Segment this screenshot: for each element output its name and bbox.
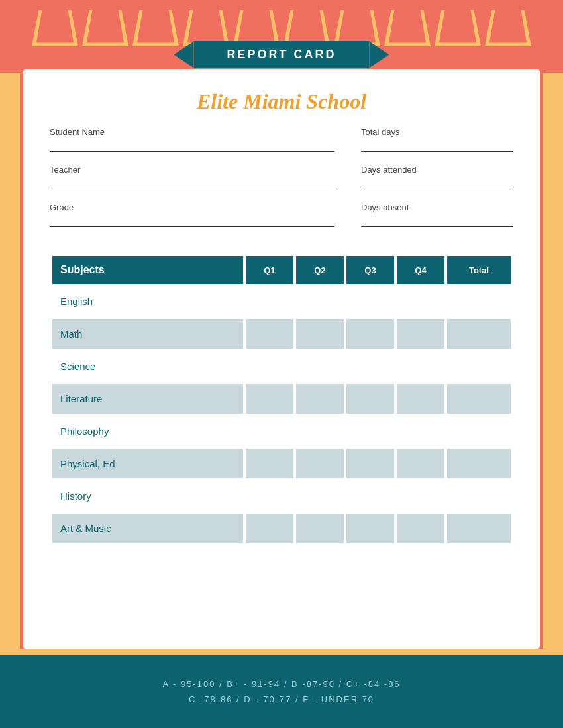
grade-cell [346, 384, 394, 414]
grade-cell [246, 287, 293, 316]
grade-cell [296, 449, 344, 478]
q3-header: Q3 [346, 256, 394, 284]
grade-cell [296, 416, 344, 446]
grade-field: Grade [50, 203, 334, 227]
subject-cell: English [52, 287, 243, 316]
table-row: Science [52, 351, 511, 381]
grade-cell [296, 481, 344, 511]
footer-line2: C -78-86 / D - 70-77 / F - UNDER 70 [189, 694, 374, 704]
banner-left-wing [174, 42, 193, 68]
grade-cell [397, 384, 444, 414]
student-name-line [50, 140, 334, 152]
main-card: Elite Miami School Student Name Teacher … [23, 69, 540, 649]
teacher-field: Teacher [50, 165, 334, 189]
days-absent-label: Days absent [361, 203, 513, 212]
info-left: Student Name Teacher Grade [50, 127, 334, 240]
school-name: Elite Miami School [23, 69, 540, 127]
grade-cell [397, 514, 444, 543]
grade-cell [346, 481, 394, 511]
subject-cell: Literature [52, 384, 243, 414]
q4-header: Q4 [397, 256, 444, 284]
grade-cell [296, 384, 344, 414]
table-header-row: Subjects Q1 Q2 Q3 Q4 Total [52, 256, 511, 284]
grade-line [50, 215, 334, 227]
top-pattern [0, 0, 563, 46]
grade-cell [447, 319, 511, 349]
subjects-header: Subjects [52, 256, 243, 284]
total-header: Total [447, 256, 511, 284]
grade-cell [296, 351, 344, 381]
geo-shape [132, 10, 179, 46]
grade-cell [397, 319, 444, 349]
grade-cell [447, 287, 511, 316]
subject-cell: Philosophy [52, 416, 243, 446]
table-row: English [52, 287, 511, 316]
grade-cell [447, 481, 511, 511]
subject-cell: Physical, Ed [52, 449, 243, 478]
banner-body: REPORT CARD [193, 41, 369, 68]
grade-cell [346, 514, 394, 543]
geo-shape [435, 10, 481, 46]
grade-cell [397, 287, 444, 316]
grade-cell [246, 319, 293, 349]
grade-cell [346, 351, 394, 381]
grade-cell [246, 351, 293, 381]
grade-cell [397, 416, 444, 446]
table-row: Philosophy [52, 416, 511, 446]
grade-cell [447, 384, 511, 414]
grade-cell [397, 481, 444, 511]
geo-shape [32, 10, 78, 46]
grade-cell [246, 384, 293, 414]
days-attended-line [361, 177, 513, 189]
grade-cell [447, 514, 511, 543]
student-name-label: Student Name [50, 127, 334, 137]
table-row: Literature [52, 384, 511, 414]
days-absent-field: Days absent [361, 203, 513, 227]
subject-cell: Science [52, 351, 243, 381]
days-attended-label: Days attended [361, 165, 513, 175]
grade-cell [397, 351, 444, 381]
banner-title: REPORT CARD [227, 48, 336, 61]
geo-shape [384, 10, 431, 46]
grade-cell [296, 319, 344, 349]
grade-cell [447, 416, 511, 446]
info-section: Student Name Teacher Grade Total days Da… [23, 127, 540, 240]
grade-cell [346, 319, 394, 349]
teacher-line [50, 177, 334, 189]
left-decoration [0, 73, 20, 655]
table-row: History [52, 481, 511, 511]
subject-cell: Art & Music [52, 514, 243, 543]
footer: A - 95-100 / B+ - 91-94 / B -87-90 / C+ … [0, 655, 563, 728]
banner-right-wing [370, 42, 389, 68]
teacher-label: Teacher [50, 165, 334, 175]
table-row: Art & Music [52, 514, 511, 543]
subject-cell: Math [52, 319, 243, 349]
student-name-field: Student Name [50, 127, 334, 152]
grade-cell [246, 481, 293, 511]
grade-cell [296, 287, 344, 316]
grade-cell [346, 449, 394, 478]
q1-header: Q1 [246, 256, 293, 284]
subject-cell: History [52, 481, 243, 511]
right-decoration [543, 73, 563, 655]
grade-cell [346, 416, 394, 446]
grades-table: Subjects Q1 Q2 Q3 Q4 Total EnglishMathSc… [50, 253, 513, 546]
q2-header: Q2 [296, 256, 344, 284]
days-attended-field: Days attended [361, 165, 513, 189]
total-days-field: Total days [361, 127, 513, 152]
grade-cell [447, 449, 511, 478]
grade-cell [246, 416, 293, 446]
total-days-label: Total days [361, 127, 513, 137]
grade-label: Grade [50, 203, 334, 212]
total-days-line [361, 140, 513, 152]
grades-section: Subjects Q1 Q2 Q3 Q4 Total EnglishMathSc… [23, 253, 540, 546]
info-right: Total days Days attended Days absent [361, 127, 513, 240]
bottom-pattern [0, 649, 563, 655]
grade-cell [397, 449, 444, 478]
geo-shape [485, 10, 531, 46]
table-row: Physical, Ed [52, 449, 511, 478]
report-card-banner: REPORT CARD [174, 41, 389, 68]
geo-shape [82, 10, 128, 46]
table-row: Math [52, 319, 511, 349]
grade-cell [346, 287, 394, 316]
